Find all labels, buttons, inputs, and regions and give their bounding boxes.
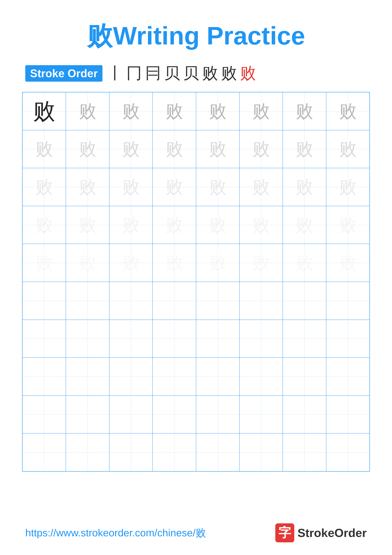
- grid-cell: [22, 358, 66, 395]
- grid-cell: 败: [239, 206, 283, 244]
- stroke-1: 丨: [107, 63, 123, 84]
- grid-cell: 败: [66, 168, 109, 206]
- practice-char: 败: [165, 178, 183, 196]
- logo-text: StrokeOrder: [297, 526, 367, 540]
- grid-cell: 败: [109, 244, 153, 282]
- practice-char: 败: [36, 178, 53, 196]
- grid-cell: 败: [66, 92, 109, 130]
- practice-char: 败: [296, 102, 313, 120]
- grid-cell: 败: [109, 130, 153, 168]
- grid-cell: 败: [22, 130, 66, 168]
- grid-cell: 败: [283, 130, 326, 168]
- grid-cell: 败: [239, 130, 283, 168]
- grid-cell: 败: [196, 92, 239, 130]
- logo-icon: 字: [275, 523, 294, 542]
- grid-cell: [109, 395, 153, 433]
- stroke-5: 贝: [183, 63, 199, 84]
- grid-cell: 败: [326, 92, 370, 130]
- practice-grid: 败败败败败败败败败败败败败败败败败败败败败败败败败败败败败败败败败败败败败败败败: [22, 92, 370, 472]
- grid-cell: [283, 358, 326, 395]
- grid-cell: 败: [22, 244, 66, 282]
- footer: https://www.strokeorder.com/chinese/败 字 …: [0, 523, 392, 542]
- practice-char: 败: [36, 216, 53, 234]
- grid-cell: [22, 282, 66, 320]
- stroke-3: 冃: [145, 63, 161, 84]
- grid-cell: [283, 433, 326, 471]
- practice-char: 败: [209, 102, 227, 120]
- practice-char: 败: [296, 178, 313, 196]
- grid-cell: 败: [109, 92, 153, 130]
- practice-char: 败: [252, 178, 270, 196]
- grid-cell: 败: [326, 244, 370, 282]
- practice-char: 败: [79, 178, 96, 196]
- stroke-2: 冂: [126, 63, 142, 84]
- grid-cell: [153, 282, 196, 320]
- practice-char: 败: [252, 102, 270, 120]
- grid-cell: 败: [196, 206, 239, 244]
- practice-char: 败: [296, 254, 313, 271]
- stroke-4: 贝: [164, 63, 180, 84]
- stroke-order-section: Stroke Order 丨 冂 冃 贝 贝 败 败 败: [0, 63, 392, 84]
- grid-cell: 败: [239, 168, 283, 206]
- practice-char: 败: [79, 140, 96, 158]
- grid-cell: [326, 282, 370, 320]
- grid-cell: 败: [153, 244, 196, 282]
- practice-char: 败: [122, 254, 140, 271]
- stroke-order-chars: 丨 冂 冃 贝 贝 败 败 败: [107, 63, 256, 84]
- grid-cell: [326, 358, 370, 395]
- grid-cell: 败: [326, 206, 370, 244]
- grid-cell: [283, 320, 326, 358]
- grid-cell: 败: [22, 206, 66, 244]
- grid-cell: 败: [283, 168, 326, 206]
- title-char: 败: [87, 22, 112, 50]
- practice-char: 败: [36, 140, 53, 158]
- stroke-8: 败: [240, 63, 256, 84]
- grid-cell: 败: [109, 168, 153, 206]
- grid-cell: 败: [109, 206, 153, 244]
- grid-cell: [22, 433, 66, 471]
- grid-cell: [196, 320, 239, 358]
- grid-cell: [239, 395, 283, 433]
- stroke-6: 败: [202, 63, 218, 84]
- grid-cell: 败: [239, 92, 283, 130]
- grid-cell: [153, 395, 196, 433]
- practice-char: 败: [296, 140, 313, 158]
- practice-char: 败: [36, 254, 53, 271]
- practice-char: 败: [296, 216, 313, 234]
- grid-cell: [239, 282, 283, 320]
- practice-char: 败: [209, 178, 227, 196]
- grid-cell: [66, 358, 109, 395]
- practice-char: 败: [252, 254, 270, 271]
- practice-char: 败: [79, 216, 96, 234]
- grid-cell: 败: [153, 168, 196, 206]
- practice-char: 败: [339, 216, 356, 234]
- practice-char: 败: [252, 216, 270, 234]
- grid-cell: [153, 433, 196, 471]
- practice-char: 败: [122, 102, 140, 120]
- footer-url: https://www.strokeorder.com/chinese/败: [25, 526, 206, 540]
- grid-cell: 败: [283, 206, 326, 244]
- grid-cell: [239, 358, 283, 395]
- practice-char: 败: [209, 140, 227, 158]
- stroke-order-label: Stroke Order: [25, 65, 102, 82]
- grid-cell: [196, 282, 239, 320]
- practice-char: 败: [209, 216, 227, 234]
- grid-cell: 败: [196, 130, 239, 168]
- grid-cell: [326, 433, 370, 471]
- grid-cell: [153, 358, 196, 395]
- grid-cell: [66, 320, 109, 358]
- grid-cell: [326, 395, 370, 433]
- grid-cell: 败: [326, 168, 370, 206]
- practice-char: 败: [209, 254, 227, 271]
- grid-cell: [109, 320, 153, 358]
- grid-cell: [109, 282, 153, 320]
- grid-cell: 败: [196, 168, 239, 206]
- practice-char: 败: [79, 254, 96, 271]
- grid-cell: [196, 395, 239, 433]
- grid-cell: 败: [326, 130, 370, 168]
- grid-cell: 败: [153, 206, 196, 244]
- grid-cell: [66, 433, 109, 471]
- practice-char: 败: [33, 100, 55, 122]
- grid-cell: 败: [66, 244, 109, 282]
- grid-cell: [22, 320, 66, 358]
